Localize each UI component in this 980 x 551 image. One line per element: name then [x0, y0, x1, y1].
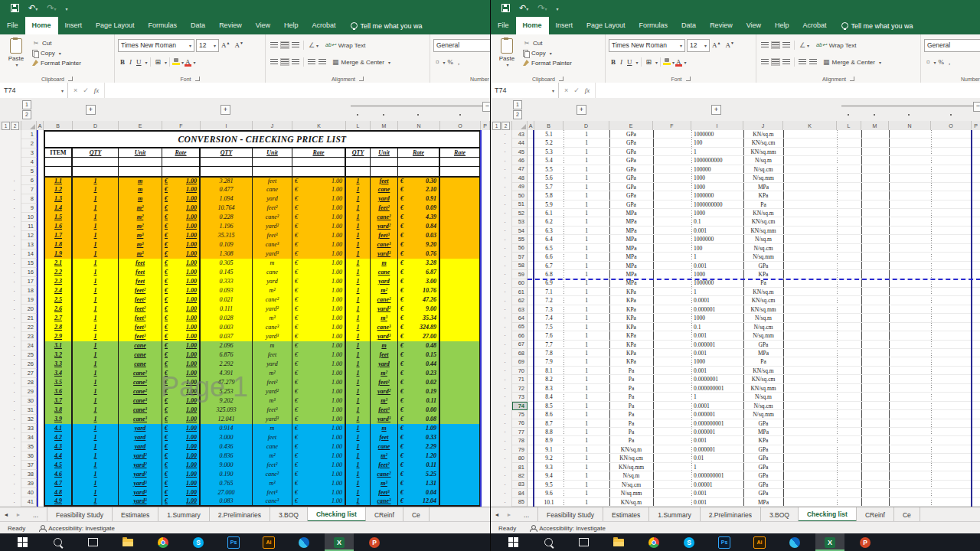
outline-level-1-button[interactable]: 1 — [513, 100, 522, 109]
cell[interactable]: N/sq.m — [743, 235, 783, 243]
cell[interactable]: 1 — [346, 360, 371, 369]
cell[interactable]: €1.00 — [162, 442, 201, 452]
cell[interactable]: €3.28 — [398, 259, 440, 268]
cell[interactable]: 1 — [73, 396, 119, 406]
cell[interactable]: m² — [253, 369, 292, 378]
cell[interactable]: Pa — [743, 201, 783, 209]
cell[interactable]: feet — [371, 350, 398, 360]
cell[interactable]: €3.00 — [398, 277, 440, 286]
cell[interactable]: cane² — [119, 369, 162, 378]
cell[interactable]: 1 — [73, 479, 119, 488]
row-header[interactable]: 8 — [21, 194, 37, 204]
fill-color-icon[interactable] — [172, 58, 180, 66]
cell[interactable]: yard — [119, 433, 162, 442]
cell[interactable]: 1 — [564, 235, 609, 243]
cell[interactable]: 0.477 — [201, 185, 253, 194]
alignment-dialog-launcher-icon[interactable] — [359, 77, 364, 81]
cell[interactable] — [201, 167, 253, 176]
cell[interactable]: yard² — [119, 461, 162, 470]
row-header[interactable]: 58 — [512, 262, 528, 270]
cell[interactable]: €1.00 — [292, 350, 346, 360]
paste-button[interactable]: Paste ▾ — [3, 37, 29, 73]
sheet-tab-2-preliminaries[interactable]: 2.Preliminaries — [701, 507, 761, 522]
taskbar-start-icon[interactable] — [8, 533, 37, 551]
cell[interactable]: GPa — [743, 445, 783, 454]
cell[interactable]: 1 — [564, 375, 609, 383]
cell[interactable]: m — [253, 424, 292, 433]
cell[interactable]: 0.000000001 — [691, 471, 743, 480]
cell[interactable]: 5.7 — [534, 183, 564, 191]
cell[interactable]: 1 — [73, 259, 119, 268]
cell[interactable]: €2.29 — [398, 442, 440, 452]
cell[interactable]: €1.00 — [162, 295, 201, 305]
row-header[interactable]: 72 — [512, 384, 528, 393]
cell[interactable]: €1.00 — [162, 286, 201, 295]
bold-button[interactable]: B — [118, 57, 127, 67]
cell[interactable]: 1 — [346, 369, 371, 378]
cell[interactable]: 1 — [346, 323, 371, 332]
cell[interactable]: KN/sq.cm — [743, 375, 783, 383]
cell[interactable]: GPa — [609, 201, 653, 209]
cell[interactable]: €1.00 — [162, 360, 201, 369]
cell[interactable] — [73, 167, 119, 176]
cell[interactable] — [440, 231, 481, 240]
align-top-icon[interactable] — [270, 42, 278, 48]
cell[interactable]: 3.9 — [44, 415, 73, 424]
cell[interactable]: 1.1 — [44, 176, 73, 185]
sheet-tab-1-summary[interactable]: 1.Summary — [158, 507, 209, 522]
cell[interactable]: GPa — [743, 471, 783, 480]
cell[interactable]: 1 — [346, 479, 371, 488]
cell[interactable]: GPa — [743, 454, 783, 462]
cell[interactable]: 8.2 — [534, 375, 564, 383]
tell-me[interactable]: Tell me what you wa — [841, 17, 913, 34]
cell[interactable]: MPa — [743, 498, 783, 507]
row-header[interactable]: 48 — [512, 174, 528, 182]
cell[interactable]: €1.00 — [162, 277, 201, 286]
cell[interactable]: KN/sq.m — [609, 498, 653, 507]
cell[interactable]: 1000000 — [691, 279, 743, 288]
decrease-indent-icon[interactable] — [308, 59, 315, 65]
column-header-p[interactable]: P — [972, 121, 980, 130]
cell[interactable]: 0.001 — [691, 262, 743, 270]
cell[interactable]: 0.000000001 — [691, 419, 743, 428]
cell[interactable]: €1.00 — [162, 204, 201, 213]
cell[interactable]: 2.2 — [44, 268, 73, 277]
cell[interactable]: KPa — [609, 341, 653, 349]
sheet-tab-ce[interactable]: Ce — [403, 507, 430, 522]
cell[interactable]: yard² — [371, 305, 398, 314]
row-header[interactable]: 64 — [512, 314, 528, 322]
cell[interactable]: 6.4 — [534, 235, 564, 243]
taskbar-illustrator-icon[interactable]: Ai — [745, 533, 774, 551]
cell[interactable]: 1 — [691, 393, 743, 401]
decrease-font-size-icon[interactable]: A▼ — [723, 41, 736, 50]
cell[interactable]: €0.33 — [398, 433, 440, 442]
clipboard-dialog-launcher-icon[interactable] — [68, 77, 73, 81]
enter-icon[interactable]: ✓ — [83, 86, 89, 94]
cell[interactable]: 4.9 — [44, 497, 73, 507]
cell[interactable]: m — [119, 176, 162, 185]
cell[interactable]: 2.7 — [44, 314, 73, 323]
font-color-icon[interactable]: A — [675, 58, 683, 66]
cell[interactable]: 7.6 — [534, 331, 564, 340]
row-header[interactable]: 28 — [21, 378, 37, 387]
sheet-tab-estimates[interactable]: Estimates — [603, 507, 649, 522]
cell[interactable]: 1 — [73, 305, 119, 314]
cell[interactable]: 7.1 — [534, 288, 564, 296]
cell[interactable]: m — [371, 341, 398, 350]
cell[interactable]: 0.083 — [201, 497, 253, 507]
cell[interactable] — [292, 158, 346, 167]
cell[interactable]: m — [253, 341, 292, 350]
cell[interactable]: KPa — [609, 331, 653, 340]
increase-indent-icon[interactable] — [318, 59, 326, 65]
cell[interactable]: 0.228 — [201, 213, 253, 222]
cell[interactable]: 0.037 — [201, 332, 253, 341]
sheet-tab-more[interactable]: ... — [24, 507, 47, 522]
cell[interactable]: 1 — [346, 194, 371, 204]
column-header-f[interactable]: F — [162, 121, 201, 130]
cell[interactable]: 0.111 — [201, 305, 253, 314]
column-header-i[interactable]: I — [691, 121, 743, 130]
save-icon[interactable] — [8, 0, 22, 18]
cell[interactable]: feet² — [119, 295, 162, 305]
cell[interactable]: 9.4 — [534, 471, 564, 480]
cell[interactable]: 1 — [564, 201, 609, 209]
